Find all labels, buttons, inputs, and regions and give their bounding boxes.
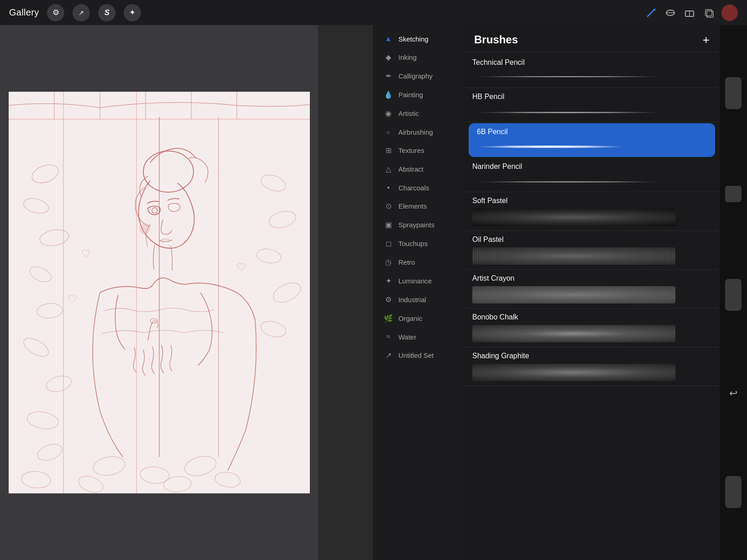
brush-name-technical-pencil: Technical Pencil (472, 58, 711, 67)
pen-tool-icon[interactable] (645, 6, 658, 19)
toolbar-right (645, 5, 738, 21)
brush-name-soft-pastel: Soft Pastel (472, 197, 711, 205)
gallery-button[interactable]: Gallery (9, 7, 39, 18)
sidebar-label-sketching: Sketching (398, 35, 428, 43)
brush-stroke-soft-pastel (472, 209, 675, 226)
brush-stroke-oil-pastel (472, 247, 675, 265)
brush-item-artist-crayon[interactable]: Artist Crayon (464, 270, 720, 309)
brush-panel-title: Brushes (474, 33, 518, 46)
transform-tool[interactable]: ↗ (73, 4, 90, 21)
sidebar-icon-airbrushing: ⬦ (384, 128, 393, 136)
brush-stroke-shading-graphite (472, 364, 675, 381)
sidebar-item-elements[interactable]: ⊙ Elements (376, 197, 461, 215)
brush-name-shading-graphite: Shading Graphite (472, 352, 711, 360)
wrench-tool[interactable]: ⚙ (47, 4, 64, 21)
sidebar-label-artistic: Artistic (398, 110, 419, 117)
smudge-tool-icon[interactable] (664, 6, 677, 19)
brush-item-narinder-pencil[interactable]: Narinder Pencil (464, 158, 720, 192)
sidebar-icon-inking: ◆ (384, 53, 393, 62)
brush-stroke-6b-pencil (477, 140, 661, 152)
right-edge-controls: ↩ (720, 25, 747, 560)
brush-name-narinder-pencil: Narinder Pencil (472, 162, 711, 171)
sidebar-item-water[interactable]: ≈ Water (376, 328, 461, 345)
brush-stroke-hb-pencil (472, 105, 663, 117)
brush-name-hb-pencil: HB Pencil (472, 93, 711, 101)
sidebar-label-touchups: Touchups (398, 240, 428, 247)
size-slider[interactable] (725, 279, 742, 311)
sidebar-icon-calligraphy: ✒ (384, 72, 393, 80)
brush-list: Technical Pencil HB Pencil 6B Pencil Nar… (464, 52, 720, 560)
sidebar-item-calligraphy[interactable]: ✒ Calligraphy (376, 67, 461, 85)
brush-name-6b-pencil: 6B Pencil (477, 128, 707, 136)
sidebar-item-painting[interactable]: 💧 Painting (376, 86, 461, 104)
brush-item-bonobo-chalk[interactable]: Bonobo Chalk (464, 309, 720, 347)
sidebar-icon-painting: 💧 (384, 90, 393, 99)
brush-stroke-narinder-pencil (472, 174, 663, 187)
sidebar-item-organic[interactable]: 🌿 Organic (376, 309, 461, 327)
sidebar-label-elements: Elements (398, 202, 427, 210)
sidebar-item-spraypaints[interactable]: ▣ Spraypaints (376, 216, 461, 234)
brush-item-shading-graphite[interactable]: Shading Graphite (464, 347, 720, 386)
sidebar-label-retro: Retro (398, 258, 415, 266)
sidebar-item-artistic[interactable]: ◉ Artistic (376, 105, 461, 122)
sidebar-item-industrial[interactable]: ⚙ Industrial (376, 291, 461, 309)
sidebar-icon-touchups: ◻ (384, 239, 393, 248)
sidebar-icon-untitled: ↗ (384, 351, 393, 360)
sidebar-item-abstract[interactable]: △ Abstract (376, 160, 461, 178)
sidebar-item-airbrushing[interactable]: ⬦ Airbrushing (376, 123, 461, 141)
sidebar-item-charcoals[interactable]: ▪ Charcoals (376, 179, 461, 196)
sidebar-icon-elements: ⊙ (384, 202, 393, 210)
sidebar-label-abstract: Abstract (398, 165, 423, 173)
brush-stroke-technical-pencil (472, 70, 663, 83)
layers-tool-icon[interactable] (702, 6, 715, 19)
sidebar-label-charcoals: Charcoals (398, 184, 429, 192)
sidebar-icon-textures: ⊞ (384, 146, 393, 155)
brush-item-technical-pencil[interactable]: Technical Pencil (464, 54, 720, 88)
sidebar-label-textures: Textures (398, 147, 424, 154)
brush-name-artist-crayon: Artist Crayon (472, 274, 711, 283)
sidebar-label-calligraphy: Calligraphy (398, 72, 433, 80)
sidebar-label-industrial: Industrial (398, 296, 426, 304)
sidebar-icon-artistic: ◉ (384, 109, 393, 118)
sidebar-label-airbrushing: Airbrushing (398, 128, 433, 136)
sidebar-item-touchups[interactable]: ◻ Touchups (376, 235, 461, 252)
sidebar-label-organic: Organic (398, 314, 423, 322)
sidebar-icon-industrial: ⚙ (384, 295, 393, 304)
select-tool[interactable]: ✦ (124, 4, 141, 21)
brush-stroke-artist-crayon (472, 286, 675, 304)
canvas-area (0, 25, 318, 560)
sidebar-item-retro[interactable]: ◷ Retro (376, 253, 461, 271)
undo-button[interactable]: ↩ (729, 387, 737, 399)
draw-tool[interactable]: S (98, 4, 115, 21)
svg-line-0 (648, 9, 655, 16)
sidebar-icon-retro: ◷ (384, 258, 393, 267)
brush-item-oil-pastel[interactable]: Oil Pastel (464, 231, 720, 270)
sidebar-label-spraypaints: Spraypaints (398, 221, 434, 229)
brush-item-hb-pencil[interactable]: HB Pencil (464, 88, 720, 122)
extra-slider[interactable] (725, 476, 742, 508)
sidebar-icon-sketching: ▲ (384, 35, 393, 43)
sidebar-item-untitled[interactable]: ↗ Untitled Set (376, 346, 461, 364)
sidebar-label-untitled: Untitled Set (398, 351, 434, 359)
layer-visibility-toggle[interactable] (725, 186, 742, 202)
sidebar-item-inking[interactable]: ◆ Inking (376, 48, 461, 66)
sidebar-item-luminance[interactable]: ✦ Luminance (376, 272, 461, 290)
brush-panel: Brushes + Technical Pencil HB Pencil 6B … (464, 25, 720, 560)
brush-item-6b-pencil[interactable]: 6B Pencil (469, 123, 715, 157)
brush-item-soft-pastel[interactable]: Soft Pastel (464, 192, 720, 231)
eraser-tool-icon[interactable] (683, 6, 696, 19)
sidebar-item-textures[interactable]: ⊞ Textures (376, 141, 461, 159)
sketch-drawing (9, 92, 310, 493)
sketch-canvas[interactable] (9, 92, 310, 493)
svg-point-38 (139, 223, 150, 234)
toolbar-left: Gallery ⚙ ↗ S ✦ (9, 4, 141, 21)
brush-stroke-bonobo-chalk (472, 325, 675, 342)
sidebar-icon-water: ≈ (384, 333, 393, 341)
add-brush-button[interactable]: + (703, 34, 710, 46)
opacity-slider[interactable] (725, 77, 742, 109)
sidebar-item-sketching[interactable]: ▲ Sketching (376, 30, 461, 47)
sidebar-label-luminance: Luminance (398, 277, 432, 285)
sidebar-icon-abstract: △ (384, 165, 393, 173)
user-avatar[interactable] (721, 5, 738, 21)
sidebar-icon-luminance: ✦ (384, 277, 393, 285)
